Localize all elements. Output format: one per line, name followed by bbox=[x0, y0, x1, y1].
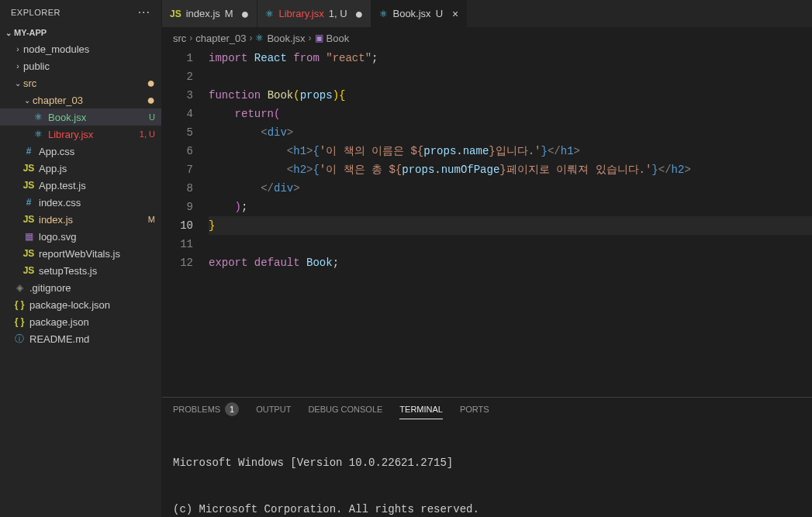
file-item[interactable]: JSindex.jsM bbox=[0, 211, 161, 228]
file-tree: ›node_modules›public⌄src●⌄chapter_03●⚛Bo… bbox=[0, 40, 161, 517]
file-label: index.js bbox=[39, 214, 148, 226]
code-line[interactable]: <div> bbox=[209, 123, 812, 142]
file-item[interactable]: JSsetupTests.js bbox=[0, 262, 161, 279]
folder-label: chapter_03 bbox=[33, 95, 147, 106]
file-item[interactable]: JSreportWebVitals.js bbox=[0, 245, 161, 262]
file-item[interactable]: ⚛Book.jsxU bbox=[0, 109, 161, 126]
close-icon[interactable]: × bbox=[452, 9, 458, 19]
chevron-right-icon: › bbox=[189, 33, 192, 43]
line-number: 11 bbox=[162, 235, 193, 253]
terminal-content[interactable]: Microsoft Windows [Version 10.0.22621.27… bbox=[162, 421, 812, 517]
file-item[interactable]: { }package.json bbox=[0, 313, 161, 330]
explorer-title: EXPLORER bbox=[11, 8, 60, 17]
js-icon: JS bbox=[22, 180, 36, 191]
react-icon: ⚛ bbox=[31, 129, 45, 140]
chevron-right-icon: › bbox=[249, 33, 252, 43]
breadcrumb-item[interactable]: chapter_03 bbox=[195, 33, 246, 44]
git-status: U bbox=[149, 112, 155, 122]
file-label: package-lock.json bbox=[29, 299, 161, 311]
file-item[interactable]: ▦logo.svg bbox=[0, 228, 161, 245]
tab-label: Book.jsx bbox=[392, 8, 430, 19]
file-item[interactable]: ⚛Library.jsx1, U bbox=[0, 126, 161, 143]
code-line[interactable]: } bbox=[209, 216, 812, 235]
folder-label: src bbox=[23, 78, 147, 89]
terminal-line: (c) Microsoft Corporation. All rights re… bbox=[173, 501, 801, 517]
code-line[interactable] bbox=[209, 235, 812, 253]
code-editor[interactable]: 123456789101112 import React from "react… bbox=[162, 49, 812, 397]
panel-tab-output[interactable]: OUTPUT bbox=[256, 400, 291, 419]
js-icon: JS bbox=[22, 214, 36, 225]
panel-tab-ports[interactable]: PORTS bbox=[460, 400, 489, 419]
js-icon: JS bbox=[22, 265, 36, 276]
chevron-icon: › bbox=[12, 45, 23, 53]
line-gutter: 123456789101112 bbox=[162, 49, 209, 397]
symbol-icon: ▣ bbox=[315, 33, 323, 43]
code-line[interactable]: return( bbox=[209, 105, 812, 123]
file-label: index.css bbox=[39, 197, 161, 209]
file-item[interactable]: #App.css bbox=[0, 143, 161, 160]
code-line[interactable]: <h2>{'이 책은 총 ${props.numOfPage}페이지로 이뤄져 … bbox=[209, 160, 812, 179]
json-icon: { } bbox=[12, 299, 26, 310]
line-number: 6 bbox=[162, 142, 193, 160]
css-icon: # bbox=[22, 197, 36, 208]
explorer-sidebar: EXPLORER ··· ⌄ MY-APP ›node_modules›publ… bbox=[0, 0, 162, 517]
file-item[interactable]: JSApp.js bbox=[0, 160, 161, 177]
folder-label: node_modules bbox=[23, 43, 161, 55]
breadcrumb[interactable]: src›chapter_03›⚛Book.jsx›▣Book bbox=[162, 27, 812, 49]
file-label: setupTests.js bbox=[39, 265, 161, 277]
panel-tab-label: OUTPUT bbox=[256, 405, 291, 414]
chevron-icon: ⌄ bbox=[22, 96, 33, 105]
git-status: M bbox=[148, 215, 155, 224]
editor-tab[interactable]: ⚛Book.jsxU× bbox=[371, 0, 467, 27]
file-label: README.md bbox=[29, 333, 161, 345]
tab-status: U bbox=[436, 8, 443, 19]
panel-tabs: PROBLEMS1OUTPUTDEBUG CONSOLETERMINALPORT… bbox=[162, 398, 812, 421]
project-header[interactable]: ⌄ MY-APP bbox=[0, 25, 161, 40]
svg-icon: ▦ bbox=[22, 231, 36, 242]
code-line[interactable]: import React from "react"; bbox=[209, 49, 812, 67]
file-label: .gitignore bbox=[29, 282, 161, 294]
folder-item[interactable]: ⌄src● bbox=[0, 74, 161, 91]
code-content[interactable]: import React from "react"; function Book… bbox=[209, 49, 812, 397]
file-item[interactable]: ◈.gitignore bbox=[0, 279, 161, 296]
js-icon: JS bbox=[22, 163, 36, 174]
tab-label: Library.jsx bbox=[278, 8, 323, 19]
code-line[interactable]: ); bbox=[209, 198, 812, 216]
panel-tab-label: DEBUG CONSOLE bbox=[308, 405, 382, 414]
file-label: App.test.js bbox=[39, 180, 161, 191]
breadcrumb-item[interactable]: Book.jsx bbox=[267, 33, 305, 44]
folder-item[interactable]: ›public bbox=[0, 57, 161, 74]
editor-tabs: JSindex.jsM●⚛Library.jsx1, U●⚛Book.jsxU× bbox=[162, 0, 812, 27]
breadcrumb-item[interactable]: src bbox=[173, 33, 186, 44]
code-line[interactable] bbox=[209, 67, 812, 86]
code-line[interactable]: export default Book; bbox=[209, 253, 812, 272]
file-item[interactable]: ⓘREADME.md bbox=[0, 330, 161, 347]
code-line[interactable]: </div> bbox=[209, 179, 812, 198]
more-actions-icon[interactable]: ··· bbox=[138, 5, 150, 19]
folder-item[interactable]: ›node_modules bbox=[0, 40, 161, 57]
panel-tab-problems[interactable]: PROBLEMS1 bbox=[173, 398, 239, 421]
code-line[interactable]: function Book(props){ bbox=[209, 86, 812, 105]
panel-tab-terminal[interactable]: TERMINAL bbox=[399, 400, 443, 419]
code-line[interactable]: <h1>{'이 책의 이름은 ${props.name}입니다.'}</h1> bbox=[209, 142, 812, 160]
tab-status: 1, U bbox=[329, 8, 347, 19]
react-icon: ⚛ bbox=[379, 9, 388, 19]
breadcrumb-item[interactable]: Book bbox=[327, 33, 350, 44]
line-number: 9 bbox=[162, 198, 193, 216]
git-status: 1, U bbox=[140, 129, 155, 139]
file-item[interactable]: { }package-lock.json bbox=[0, 296, 161, 313]
folder-item[interactable]: ⌄chapter_03● bbox=[0, 91, 161, 109]
main-area: JSindex.jsM●⚛Library.jsx1, U●⚛Book.jsxU×… bbox=[162, 0, 812, 517]
file-item[interactable]: #index.css bbox=[0, 194, 161, 211]
editor-tab[interactable]: ⚛Library.jsx1, U● bbox=[257, 0, 371, 27]
problems-badge: 1 bbox=[225, 402, 239, 416]
line-number: 1 bbox=[162, 49, 193, 67]
info-icon: ⓘ bbox=[12, 333, 26, 346]
react-icon: ⚛ bbox=[265, 9, 274, 19]
file-item[interactable]: JSApp.test.js bbox=[0, 177, 161, 194]
js-icon: JS bbox=[170, 9, 181, 19]
file-label: Book.jsx bbox=[48, 112, 149, 123]
line-number: 4 bbox=[162, 105, 193, 123]
panel-tab-debug-console[interactable]: DEBUG CONSOLE bbox=[308, 400, 382, 419]
editor-tab[interactable]: JSindex.jsM● bbox=[162, 0, 257, 27]
